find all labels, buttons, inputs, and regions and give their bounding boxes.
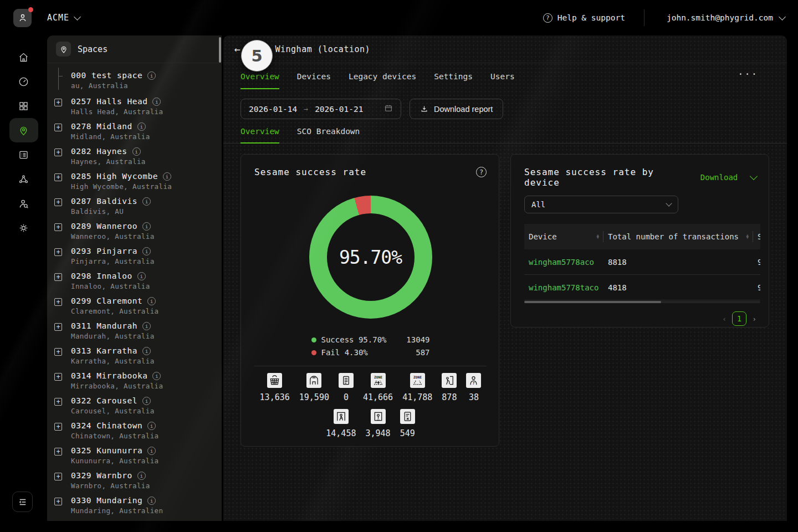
space-name[interactable]: 0257 Halls Head [71, 97, 147, 106]
back-button[interactable]: ← [234, 44, 241, 54]
info-icon[interactable]: i [147, 497, 156, 505]
info-icon[interactable]: i [137, 272, 146, 280]
date-from[interactable]: 2026-01-14 [249, 105, 297, 114]
rail-item-settings[interactable] [9, 216, 38, 240]
rail-item-content[interactable] [9, 142, 38, 167]
rail-item-integrations[interactable] [9, 167, 38, 191]
subtab-sco-breakdown[interactable]: SCO Breakdown [297, 127, 360, 144]
expand-node-button[interactable]: + [54, 198, 62, 206]
expand-node-button[interactable]: + [54, 248, 62, 256]
space-name[interactable]: 0285 High Wycombe [71, 172, 158, 181]
help-support-link[interactable]: ? Help & support [543, 13, 644, 23]
space-name[interactable]: 0282 Haynes [71, 147, 127, 156]
space-name[interactable]: 0330 Mundaring [71, 496, 142, 505]
tab-users[interactable]: Users [490, 63, 515, 89]
expand-node-button[interactable]: + [54, 149, 62, 156]
space-item[interactable]: +0311 MandurahiMandurah, Australia [54, 321, 216, 340]
space-item[interactable]: +0278 MidlandiMidland, Australia [54, 122, 216, 141]
info-icon[interactable]: i [142, 322, 151, 330]
expand-node-button[interactable]: + [54, 124, 62, 131]
tab-settings[interactable]: Settings [434, 63, 473, 89]
card-help-icon[interactable]: ? [476, 167, 487, 177]
expand-node-button[interactable]: + [54, 373, 62, 381]
info-icon[interactable]: i [142, 197, 151, 206]
info-icon[interactable]: i [142, 347, 151, 355]
space-name[interactable]: 0324 Chinatown [71, 421, 142, 430]
space-name[interactable]: 000 test space [71, 71, 142, 80]
space-item[interactable]: +0289 WannerooiWanneroo, Australia [54, 222, 216, 241]
expand-node-button[interactable]: + [54, 348, 62, 356]
date-range-picker[interactable]: 2026-01-14 → 2026-01-21 [241, 99, 401, 119]
column-header-device[interactable]: Device▲▼ [524, 224, 603, 249]
rail-item-spaces[interactable] [9, 118, 38, 142]
space-item[interactable]: +0314 MirrabookaiMirrabooka, Australia [54, 371, 216, 390]
space-name[interactable]: 0314 Mirrabooka [71, 371, 147, 380]
rail-item-home[interactable] [9, 45, 38, 69]
space-name[interactable]: 0313 Karratha [71, 346, 137, 355]
rail-item-apps[interactable] [9, 94, 38, 118]
avatar[interactable] [13, 9, 32, 27]
column-header-transactions[interactable]: Total number of transactions▲▼ [603, 224, 753, 249]
info-icon[interactable]: i [142, 222, 151, 231]
expand-node-button[interactable]: + [54, 223, 62, 231]
prev-page-button[interactable]: ‹ [722, 315, 727, 323]
device-filter-select[interactable]: All [524, 196, 678, 213]
sort-icon[interactable]: ▲▼ [592, 234, 599, 239]
space-item[interactable]: +0329 WarnbroiWarnbro, Australia [54, 471, 216, 490]
expand-node-button[interactable]: + [54, 173, 62, 181]
space-name[interactable]: 0289 Wanneroo [71, 222, 137, 231]
space-name[interactable]: 0299 Claremont [71, 296, 142, 305]
space-name[interactable]: 0322 Carousel [71, 396, 137, 405]
space-item[interactable]: +0287 BaldivisiBaldivis, AU [54, 197, 216, 216]
device-link[interactable]: wingham5778taco [529, 283, 598, 292]
info-icon[interactable]: i [142, 247, 151, 255]
space-item[interactable]: +0330 MundaringiMundaring, Australien [54, 496, 216, 515]
info-icon[interactable]: i [147, 422, 156, 430]
info-icon[interactable]: i [137, 472, 146, 480]
tab-devices[interactable]: Devices [297, 63, 331, 89]
space-item[interactable]: +0293 PinjarraiPinjarra, Australia [54, 247, 216, 265]
info-icon[interactable]: i [142, 397, 151, 405]
space-item[interactable]: 000 test spaceiau, Australia [54, 71, 216, 91]
info-icon[interactable]: i [147, 447, 156, 455]
subtab-overview[interactable]: Overview [241, 127, 279, 144]
expand-node-button[interactable]: + [54, 273, 62, 281]
rail-item-users[interactable] [9, 191, 38, 216]
expand-node-button[interactable]: + [54, 423, 62, 431]
space-item[interactable]: +0299 ClaremontiClaremont, Australia [54, 296, 216, 315]
info-icon[interactable]: i [132, 147, 141, 156]
space-item[interactable]: +0322 CarouseliCarousel, Australia [54, 396, 216, 415]
sort-icon[interactable]: ▲▼ [741, 234, 749, 239]
info-icon[interactable]: i [147, 297, 156, 305]
date-to[interactable]: 2026-01-21 [315, 105, 363, 114]
expand-node-button[interactable]: + [54, 323, 62, 331]
space-item[interactable]: +0325 KununurraiKununurra, Australia [54, 446, 216, 465]
info-icon[interactable]: i [152, 372, 161, 380]
device-link[interactable]: wingham5778aco [529, 258, 594, 267]
space-item[interactable]: +0285 High WycombeiHigh Wycombe, Austral… [54, 172, 216, 191]
sidebar-collapse-button[interactable] [12, 492, 33, 512]
space-item[interactable]: +0313 KarrathaiKarratha, Australia [54, 346, 216, 365]
page-number-button[interactable]: 1 [732, 311, 746, 326]
next-page-button[interactable]: › [752, 315, 756, 323]
info-icon[interactable]: i [137, 122, 146, 131]
download-link[interactable]: Download [700, 173, 738, 182]
space-name[interactable]: 0293 Pinjarra [71, 247, 137, 255]
tab-legacy-devices[interactable]: Legacy devices [349, 63, 416, 89]
space-item[interactable]: +0324 ChinatowniChinatown, Australia [54, 421, 216, 440]
space-name[interactable]: 0298 Innaloo [71, 272, 132, 280]
space-name[interactable]: 0329 Warnbro [71, 471, 132, 480]
download-report-button[interactable]: Download report [410, 99, 503, 119]
sidebar-scrollbar[interactable] [219, 37, 221, 63]
space-item[interactable]: +0298 InnalooiInnaloo, Australia [54, 272, 216, 290]
expand-node-button[interactable]: + [54, 473, 62, 480]
info-icon[interactable]: i [152, 98, 161, 106]
user-menu[interactable]: john.smith@phygrid.com [644, 13, 785, 22]
space-item[interactable]: +0282 HaynesiHaynes, Australia [54, 147, 216, 166]
info-icon[interactable]: i [163, 172, 171, 181]
expand-node-button[interactable]: + [54, 398, 62, 406]
rail-item-dashboard[interactable] [9, 69, 38, 94]
space-name[interactable]: 0287 Baldivis [71, 197, 137, 206]
expand-node-button[interactable]: + [54, 99, 62, 106]
expand-node-button[interactable]: + [54, 498, 62, 505]
